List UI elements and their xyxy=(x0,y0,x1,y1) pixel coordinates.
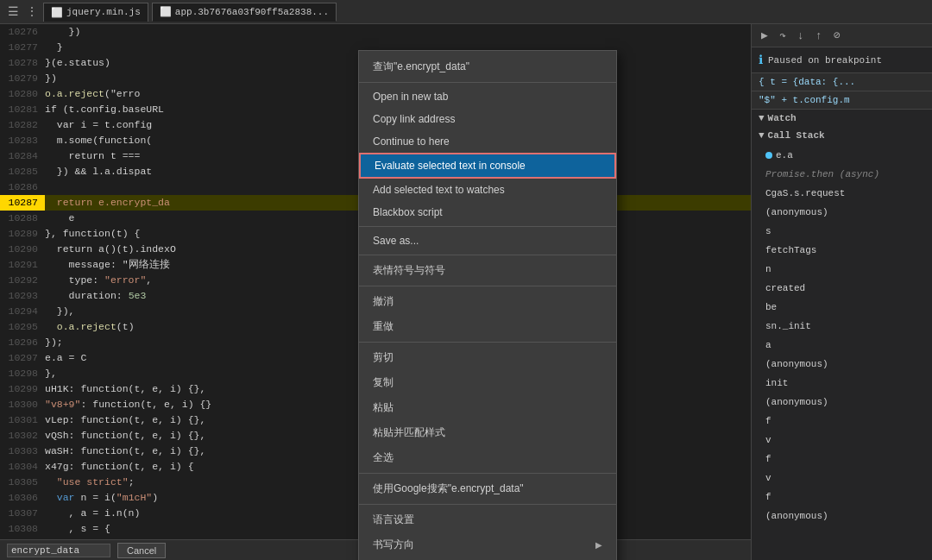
line-number: 10278 xyxy=(0,55,45,71)
call-stack-item[interactable]: f xyxy=(752,412,932,431)
menu-separator xyxy=(359,226,616,227)
call-stack-item-label: be xyxy=(765,302,777,312)
menu-item-paste-match[interactable]: 粘贴并匹配样式 xyxy=(359,420,616,445)
line-number: 10279 xyxy=(0,71,45,86)
menu-separator xyxy=(359,82,616,83)
call-stack-item-label: e.a xyxy=(776,148,793,163)
menu-item-cut[interactable]: 剪切 xyxy=(359,345,616,370)
menu-item-label: 语言设置 xyxy=(373,513,414,527)
menu-item-label: 查询"e.encrypt_data" xyxy=(373,60,469,74)
dots-icon[interactable]: ⋮ xyxy=(24,4,40,20)
step-over-icon[interactable]: ↷ xyxy=(775,28,790,43)
menu-item-paste[interactable]: 粘贴 xyxy=(359,395,616,420)
call-stack-item-label: v xyxy=(765,473,771,483)
line-number: 10302 xyxy=(0,428,45,444)
line-number: 10297 xyxy=(0,350,45,366)
paused-banner: ℹ Paused on breakpoint xyxy=(752,47,932,73)
line-number: 10308 xyxy=(0,521,45,537)
info-icon: ℹ xyxy=(759,53,763,67)
call-stack-item[interactable]: v xyxy=(752,431,932,450)
line-number: 10285 xyxy=(0,164,45,179)
call-stack-item[interactable]: sn._init xyxy=(752,317,932,336)
menu-item-redo[interactable]: 重做 xyxy=(359,314,616,339)
step-out-icon[interactable]: ↑ xyxy=(811,28,827,43)
call-stack-item[interactable]: Promise.then (async) xyxy=(752,165,932,184)
menu-item-copy[interactable]: 复制 xyxy=(359,370,616,395)
menu-icon[interactable]: ☰ xyxy=(5,4,21,20)
call-stack-item[interactable]: fetchTags xyxy=(752,241,932,260)
menu-item-undo[interactable]: 撤消 xyxy=(359,289,616,314)
tab-jquery[interactable]: ⬜ jquery.min.js xyxy=(43,3,148,22)
call-stack-item[interactable]: e.a xyxy=(752,146,932,165)
line-number: 10282 xyxy=(0,117,45,133)
call-stack-item-label: f xyxy=(765,492,771,502)
watch-header[interactable]: ▼ Watch xyxy=(752,110,932,127)
call-stack-item[interactable]: CgaS.s.request xyxy=(752,184,932,203)
call-stack-item[interactable]: v xyxy=(752,469,932,488)
menu-item-continue-here[interactable]: Continue to here xyxy=(359,130,616,153)
menu-item-query[interactable]: 查询"e.encrypt_data" xyxy=(359,54,616,79)
call-stack-item[interactable]: (anonymous) xyxy=(752,355,932,374)
line-number: 10288 xyxy=(0,211,45,226)
line-number: 10303 xyxy=(0,444,45,459)
menu-item-writing-direction[interactable]: 书写方向▶ xyxy=(359,532,616,557)
line-number: 10293 xyxy=(0,288,45,304)
search-input[interactable] xyxy=(7,544,110,557)
menu-item-lang-settings[interactable]: 语言设置 xyxy=(359,507,616,532)
paused-text: Paused on breakpoint xyxy=(768,55,882,66)
main-area: 10276 })10277 }10278}(e.status)10279})10… xyxy=(0,24,932,560)
line-number: 10284 xyxy=(0,148,45,164)
call-stack-item[interactable]: f xyxy=(752,488,932,507)
step-into-icon[interactable]: ↓ xyxy=(793,28,809,43)
menu-item-label: 全选 xyxy=(373,450,394,465)
menu-item-select-all[interactable]: 全选 xyxy=(359,445,616,470)
line-number: 10283 xyxy=(0,133,45,148)
call-stack-label: Call Stack xyxy=(768,130,825,141)
deactivate-icon[interactable]: ⊘ xyxy=(829,28,845,43)
menu-item-save-as[interactable]: Save as... xyxy=(359,230,616,252)
call-stack-item-label: (anonymous) xyxy=(765,359,828,369)
line-number: 10280 xyxy=(0,86,45,102)
cancel-button[interactable]: Cancel xyxy=(117,543,166,558)
call-stack-item-label: a xyxy=(765,340,771,350)
menu-item-label: 撤消 xyxy=(373,294,394,309)
line-number: 10309 xyxy=(0,537,45,539)
line-number: 10298 xyxy=(0,366,45,381)
resume-icon[interactable]: ▶ xyxy=(757,28,772,43)
menu-item-label: 复制 xyxy=(373,375,394,390)
call-stack-item[interactable]: (anonymous) xyxy=(752,393,932,412)
call-stack-item[interactable]: a xyxy=(752,336,932,355)
call-stack-item[interactable]: init xyxy=(752,374,932,393)
menu-item-label: Evaluate selected text in console xyxy=(375,160,526,172)
menu-item-open-new-tab[interactable]: Open in new tab xyxy=(359,85,616,108)
active-indicator xyxy=(765,152,772,159)
code-editor: 10276 })10277 }10278}(e.status)10279})10… xyxy=(0,24,751,560)
tab-jquery-label: jquery.min.js xyxy=(66,7,141,17)
call-stack-item[interactable]: s xyxy=(752,222,932,241)
call-stack-item[interactable]: be xyxy=(752,298,932,317)
call-stack-item-label: (anonymous) xyxy=(765,397,828,407)
menu-separator xyxy=(359,342,616,343)
call-stack-item[interactable]: (anonymous) xyxy=(752,507,932,525)
menu-item-copy-link[interactable]: Copy link address xyxy=(359,108,616,130)
menu-item-blackbox[interactable]: Blackbox script xyxy=(359,201,616,223)
call-stack-item[interactable]: n xyxy=(752,260,932,279)
menu-item-evaluate[interactable]: Evaluate selected text in console xyxy=(359,153,616,179)
call-stack-item-label: init xyxy=(765,378,788,388)
tab-app[interactable]: ⬜ app.3b7676a03f90ff5a2838... xyxy=(152,3,337,22)
call-stack-item-label: CgaS.s.request xyxy=(765,188,845,198)
menu-item-emoji[interactable]: 表情符号与符号 xyxy=(359,258,616,283)
menu-item-add-watches[interactable]: Add selected text to watches xyxy=(359,179,616,201)
line-number: 10295 xyxy=(0,319,45,335)
menu-item-google-search[interactable]: 使用Google搜索"e.encrypt_data" xyxy=(359,476,616,501)
line-number: 10300 xyxy=(0,397,45,412)
call-stack-item[interactable]: (anonymous) xyxy=(752,203,932,222)
call-stack-item[interactable]: f xyxy=(752,450,932,469)
line-number: 10306 xyxy=(0,490,45,506)
call-stack-item-label: (anonymous) xyxy=(765,511,828,521)
call-stack-item[interactable]: created xyxy=(752,279,932,298)
menu-item-label: 重做 xyxy=(373,319,394,334)
menu-item-label: 粘贴 xyxy=(373,400,394,415)
call-stack-header[interactable]: ▼ Call Stack xyxy=(752,127,932,144)
call-stack-item-label: f xyxy=(765,454,771,464)
